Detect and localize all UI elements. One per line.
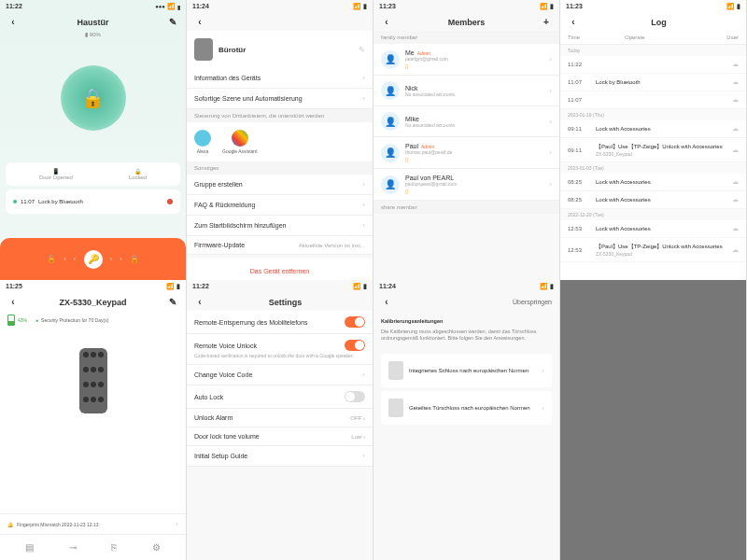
member-row[interactable]: 👤MeAdminpearlgm@gmail.com▯› [374, 44, 559, 76]
screen-keypad: 11:25📶 ▮ ‹ZX-5330_Keypad✎ 43%●Security P… [0, 280, 187, 560]
row-voice-code[interactable]: Change Voice Code› [187, 365, 373, 385]
page-title: Members [448, 18, 486, 27]
log-entry[interactable]: 12:53【Paul】Use【TP-Zeige】Unlock with Acce… [560, 238, 746, 262]
log-entry[interactable]: 11:07Lock by Bluetooth☁ [560, 74, 746, 91]
screen-empty [560, 280, 747, 560]
unlock-left-icon: 🔓 [47, 255, 56, 263]
page-title: Haustür [77, 18, 108, 27]
status-door: 📱Door Opened [39, 168, 73, 180]
edit-icon[interactable]: ✎ [167, 297, 178, 307]
avatar-icon: 👤 [381, 81, 400, 100]
option-integrated[interactable]: Integriertes Schloss nach europäischen N… [381, 354, 552, 387]
add-icon[interactable]: + [541, 17, 552, 27]
row-alarm[interactable]: Unlock AlarmOFF › [187, 409, 373, 427]
remove-device-button[interactable]: Das Gerät entfernen [187, 259, 373, 280]
page-title: Settings [269, 298, 303, 307]
member-row[interactable]: 👤PaulAdminthomas.paul@pearl.de▯› [374, 137, 559, 169]
skip-button[interactable]: Überspringen [513, 299, 552, 305]
keypad-visual [79, 348, 107, 413]
event-card: 11:07Lock by Bluetooth [6, 189, 180, 214]
row-firmware[interactable]: Firmware-UpdateAktuellste Version ist in… [187, 236, 373, 255]
toggle-voice[interactable] [345, 340, 365, 351]
screen-settings: 11:22📶 ▮ ‹Settings Remote-Entsperrung de… [187, 280, 374, 560]
status-card: 📱Door Opened🔒Locked [6, 162, 180, 186]
unlock-slider[interactable]: 🔓‹‹ 🔑 ››🔒 [0, 238, 186, 280]
screen-device-settings: 11:24📶 ▮ ‹ Bürotür✎ Information des Gerä… [187, 0, 374, 280]
google-button[interactable]: Google Assistant [222, 130, 258, 154]
back-icon[interactable]: ‹ [568, 17, 579, 27]
section-other: Sonstiges [187, 161, 373, 175]
lock-icon: 🔒 [81, 87, 105, 109]
log-entry[interactable]: 09:11Lock with Accessories☁ [560, 120, 746, 138]
member-row[interactable]: 👤MikeNo associated accounts› [374, 106, 559, 137]
log-date: 2022-12-20 (Tue) [560, 209, 746, 220]
section-third: Steuerung von Drittanbietern, die unters… [187, 109, 373, 122]
screen-members: 11:23📶 ▮ ‹Members+ family member 👤MeAdmi… [374, 0, 560, 280]
tab-key-icon[interactable]: ⊸ [69, 542, 77, 553]
screen-lock-main: 11:22●●●📶▮ ‹ Haustür ✎ ▮ 90% 🔒 📱Door Ope… [0, 0, 187, 280]
row-autolock[interactable]: Auto Lock [187, 385, 373, 409]
battery-icon [7, 315, 15, 326]
log-entry[interactable]: 12:53Lock with Accessories☁ [560, 220, 746, 238]
row-group[interactable]: Gruppe erstellen› [187, 175, 373, 195]
toggle-remote[interactable] [345, 316, 365, 328]
row-setup[interactable]: Initial Setup Guide› [187, 446, 373, 467]
lock-visual[interactable]: 🔒 [0, 37, 186, 159]
back-icon[interactable]: ‹ [7, 297, 19, 307]
alert-dot [167, 199, 173, 204]
tab-gear-icon[interactable]: ⚙ [152, 542, 161, 553]
alexa-button[interactable]: Alexa [194, 130, 211, 154]
row-voice-unlock[interactable]: Remote Voice UnlockCode-based verificati… [187, 334, 373, 365]
row-scene[interactable]: Sofortige Szene und Automatisierung› [187, 89, 373, 109]
avatar-icon: 👤 [381, 175, 400, 194]
back-icon[interactable]: ‹ [381, 297, 392, 307]
assistants: Alexa Google Assistant [187, 122, 373, 161]
tab-door-icon[interactable]: ⎘ [111, 542, 117, 553]
avatar-icon: 👤 [381, 50, 400, 69]
device-icon [194, 38, 213, 61]
battery-info: 43%●Security Protection for 70 Day(s) [0, 311, 186, 329]
row-home[interactable]: Zum Startbildschirm hinzufügen› [187, 216, 373, 236]
page-title: Log [651, 18, 667, 27]
toggle-autolock[interactable] [345, 391, 365, 402]
back-icon[interactable]: ‹ [194, 297, 205, 307]
lock-image-icon [388, 399, 403, 417]
row-faq[interactable]: FAQ & Rückmeldung› [187, 195, 373, 216]
screen-calibration: 11:24📶 ▮ ‹Überspringen Kalibrierungsanle… [374, 280, 560, 560]
section-share: share member [374, 201, 559, 214]
log-entry[interactable]: 08:25Lock with Accessories☁ [560, 191, 746, 209]
log-date: 2023-01-19 (Thu) [560, 109, 746, 120]
option-split[interactable]: Geteiltes Türschloss nach europäischen N… [381, 391, 552, 425]
edit-icon[interactable]: ✎ [167, 17, 178, 27]
member-row[interactable]: 👤NickNo associated accounts› [374, 76, 559, 106]
row-info[interactable]: Information des Geräts› [187, 68, 373, 89]
avatar-icon: 👤 [381, 144, 400, 162]
log-entry[interactable]: 11:07☁ [560, 91, 746, 109]
lock-image-icon [388, 361, 403, 380]
event-row[interactable]: 11:07Lock by Bluetooth [11, 195, 175, 208]
log-date: Today [560, 45, 746, 56]
log-date: 2023-01-03 (Tue) [560, 162, 746, 174]
log-entry[interactable]: 09:11【Paul】Use【TP-Zeige】Unlock with Acce… [560, 138, 746, 162]
row-remote-unlock[interactable]: Remote-Entsperrung des Mobiltelefons [187, 311, 373, 334]
section-family: family member [374, 31, 559, 44]
back-icon[interactable]: ‹ [194, 17, 205, 27]
log-entry[interactable]: 08:25Lock with Accessories☁ [560, 174, 746, 191]
header: ‹ Haustür ✎ [0, 13, 186, 31]
tab-list-icon[interactable]: ▤ [25, 542, 34, 553]
unlock-key-icon[interactable]: 🔑 [84, 250, 103, 269]
status-bar: 11:22●●●📶▮ [0, 0, 186, 13]
back-icon[interactable]: ‹ [381, 17, 392, 27]
back-icon[interactable]: ‹ [7, 17, 19, 27]
member-row[interactable]: 👤Paul von PEARLpaultonpearl@gmail.com▯› [374, 169, 559, 201]
row-tone[interactable]: Door lock tone volumeLow › [187, 427, 373, 446]
fingerprint-event[interactable]: 🔔Fingerprint Mismatch 2022-11-23 12:13› [0, 514, 186, 535]
status-locked: 🔒Locked [129, 168, 147, 180]
log-entry[interactable]: 11:22☁ [560, 56, 746, 74]
battery-label: ▮ 90% [0, 31, 186, 37]
log-header[interactable]: TimeOperateUser [560, 31, 746, 45]
avatar-icon: 👤 [381, 112, 400, 131]
device-header[interactable]: Bürotür✎ [187, 31, 373, 68]
toolbar: ▤ ⊸ ⎘ ⚙ [0, 535, 186, 560]
calibration-text: KalibrierungsanleitungenDie Kalibrierung… [374, 311, 559, 350]
